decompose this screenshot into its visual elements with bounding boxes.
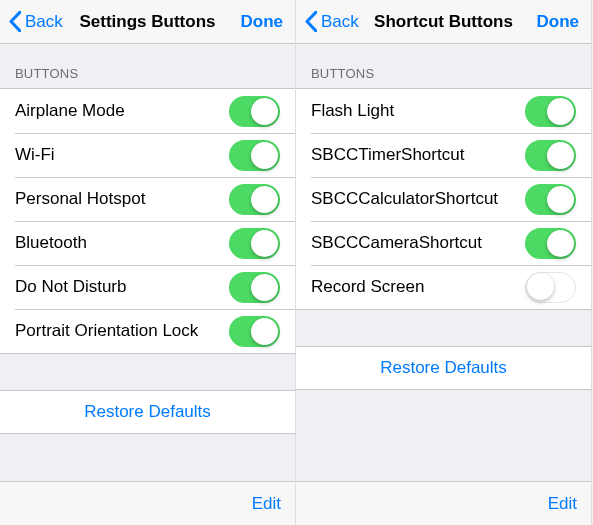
- row-record-screen: Record Screen: [296, 265, 591, 309]
- switch-knob: [547, 230, 574, 257]
- toggle-calculator-shortcut[interactable]: [525, 184, 576, 215]
- settings-buttons-screen: Back Settings Buttons Done Buttons Airpl…: [0, 0, 296, 525]
- switch-knob: [547, 98, 574, 125]
- row-portrait-lock: Portrait Orientation Lock: [0, 309, 295, 353]
- buttons-list: Flash Light SBCCTimerShortcut SBCCCalcul…: [296, 88, 591, 310]
- row-airplane-mode: Airplane Mode: [0, 89, 295, 133]
- row-label: Portrait Orientation Lock: [15, 321, 229, 341]
- spacer: [0, 434, 295, 481]
- switch-knob: [547, 186, 574, 213]
- toggle-do-not-disturb[interactable]: [229, 272, 280, 303]
- switch-knob: [251, 230, 278, 257]
- back-button[interactable]: Back: [8, 11, 78, 32]
- row-wifi: Wi-Fi: [0, 133, 295, 177]
- toolbar: Edit: [296, 481, 591, 525]
- spacer: [296, 310, 591, 346]
- done-button[interactable]: Done: [513, 12, 583, 32]
- back-label: Back: [25, 12, 63, 32]
- buttons-list: Airplane Mode Wi-Fi Personal Hotspot Blu…: [0, 88, 295, 354]
- switch-knob: [251, 274, 278, 301]
- switch-knob: [527, 273, 554, 300]
- toggle-airplane-mode[interactable]: [229, 96, 280, 127]
- row-label: Do Not Disturb: [15, 277, 229, 297]
- toggle-personal-hotspot[interactable]: [229, 184, 280, 215]
- page-title: Shortcut Buttons: [374, 12, 513, 32]
- row-calculator-shortcut: SBCCCalculatorShortcut: [296, 177, 591, 221]
- row-label: SBCCTimerShortcut: [311, 145, 525, 165]
- row-bluetooth: Bluetooth: [0, 221, 295, 265]
- navbar: Back Settings Buttons Done: [0, 0, 295, 44]
- edit-button[interactable]: Edit: [548, 494, 577, 514]
- spacer: [0, 354, 295, 390]
- spacer: [296, 390, 591, 481]
- row-personal-hotspot: Personal Hotspot: [0, 177, 295, 221]
- row-label: Airplane Mode: [15, 101, 229, 121]
- row-camera-shortcut: SBCCCameraShortcut: [296, 221, 591, 265]
- chevron-left-icon: [304, 11, 317, 32]
- row-label: Bluetooth: [15, 233, 229, 253]
- row-label: SBCCCameraShortcut: [311, 233, 525, 253]
- row-label: Flash Light: [311, 101, 525, 121]
- row-timer-shortcut: SBCCTimerShortcut: [296, 133, 591, 177]
- row-label: SBCCCalculatorShortcut: [311, 189, 525, 209]
- switch-knob: [251, 186, 278, 213]
- toggle-timer-shortcut[interactable]: [525, 140, 576, 171]
- row-flashlight: Flash Light: [296, 89, 591, 133]
- switch-knob: [251, 318, 278, 345]
- switch-knob: [251, 98, 278, 125]
- toggle-flashlight[interactable]: [525, 96, 576, 127]
- toggle-portrait-lock[interactable]: [229, 316, 280, 347]
- done-button[interactable]: Done: [217, 12, 287, 32]
- shortcut-buttons-screen: Back Shortcut Buttons Done Buttons Flash…: [296, 0, 592, 525]
- back-label: Back: [321, 12, 359, 32]
- switch-knob: [251, 142, 278, 169]
- group-header: Buttons: [0, 44, 295, 88]
- toggle-bluetooth[interactable]: [229, 228, 280, 259]
- toggle-record-screen[interactable]: [525, 272, 576, 303]
- group-header: Buttons: [296, 44, 591, 88]
- toolbar: Edit: [0, 481, 295, 525]
- row-label: Wi-Fi: [15, 145, 229, 165]
- row-label: Record Screen: [311, 277, 525, 297]
- row-label: Personal Hotspot: [15, 189, 229, 209]
- restore-defaults-button[interactable]: Restore Defaults: [296, 346, 591, 390]
- toggle-camera-shortcut[interactable]: [525, 228, 576, 259]
- chevron-left-icon: [8, 11, 21, 32]
- toggle-wifi[interactable]: [229, 140, 280, 171]
- switch-knob: [547, 142, 574, 169]
- page-title: Settings Buttons: [78, 12, 217, 32]
- edit-button[interactable]: Edit: [252, 494, 281, 514]
- navbar: Back Shortcut Buttons Done: [296, 0, 591, 44]
- restore-defaults-button[interactable]: Restore Defaults: [0, 390, 295, 434]
- row-do-not-disturb: Do Not Disturb: [0, 265, 295, 309]
- back-button[interactable]: Back: [304, 11, 374, 32]
